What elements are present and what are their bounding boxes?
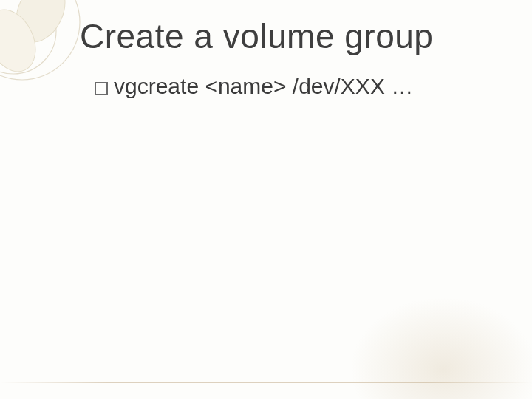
svg-point-0 (0, 0, 80, 80)
svg-point-3 (0, 1, 45, 79)
slide: Create a volume group vgcreate <name> /d… (0, 0, 532, 399)
svg-point-1 (0, 0, 56, 74)
square-bullet-icon (95, 82, 108, 95)
bottom-divider (0, 382, 532, 383)
slide-title: Create a volume group (80, 16, 433, 56)
svg-point-2 (7, 0, 75, 50)
bullet-text: vgcreate <name> /dev/XXX … (114, 74, 413, 99)
bullet-line: vgcreate <name> /dev/XXX … (95, 74, 413, 99)
